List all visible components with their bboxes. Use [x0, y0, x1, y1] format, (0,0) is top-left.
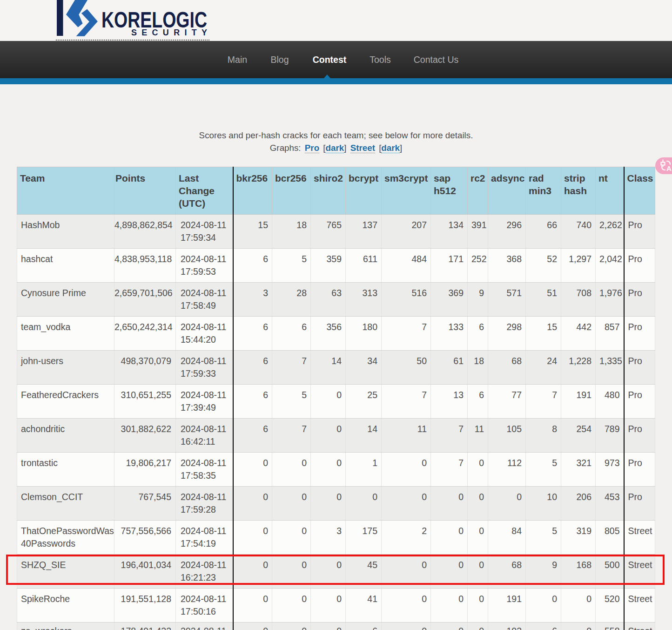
svg-text:A: A [666, 164, 672, 172]
